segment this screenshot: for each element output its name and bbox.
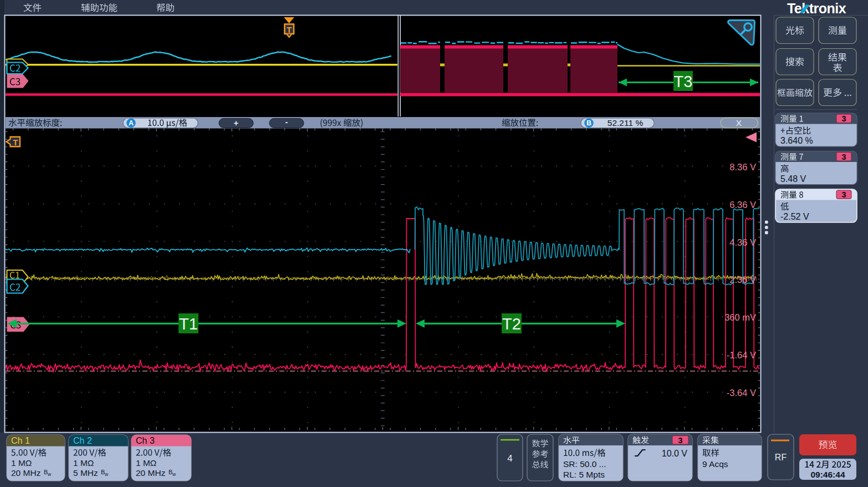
svg-text:w: w [104,471,109,477]
svg-text:2.36 V: 2.36 V [729,275,756,285]
svg-text:T: T [287,25,292,34]
svg-text:X: X [736,118,742,128]
svg-text:Ch 2: Ch 2 [73,436,92,445]
svg-text:3: 3 [841,153,846,161]
svg-text:1 MΩ: 1 MΩ [11,458,32,468]
svg-text:5 MHz: 5 MHz [73,468,98,478]
svg-text:1 MΩ: 1 MΩ [73,458,94,468]
svg-text:20 MHz: 20 MHz [11,468,40,478]
svg-text:6.36 V: 6.36 V [729,200,756,210]
svg-text:9 Acqs: 9 Acqs [702,459,728,469]
svg-text:10.0 V: 10.0 V [662,449,688,458]
svg-text:8.36 V: 8.36 V [729,162,756,172]
svg-text:SR: 50.0 ...: SR: 50.0 ... [563,459,606,469]
svg-text:T: T [13,138,18,147]
svg-text:A: A [129,119,134,127]
svg-text:5.48 V: 5.48 V [780,174,806,184]
svg-text:Tektronix: Tektronix [787,1,846,16]
svg-text:w: w [47,471,52,477]
svg-text:B: B [586,119,591,127]
svg-text:RF: RF [775,453,787,462]
svg-text:4.36 V: 4.36 V [729,237,756,247]
svg-text:w: w [172,471,176,477]
svg-text:-: - [285,117,288,126]
svg-text:-3.64 V: -3.64 V [727,388,756,398]
svg-text:360 mV: 360 mV [724,312,756,322]
svg-text:20 MHz: 20 MHz [136,468,165,478]
svg-text:52.211 %: 52.211 % [607,118,644,128]
svg-text:09:46:44: 09:46:44 [810,470,845,479]
svg-text:Ch 3: Ch 3 [136,436,155,445]
svg-text:3: 3 [841,114,846,123]
svg-text:RL: 5 Mpts: RL: 5 Mpts [563,470,605,479]
svg-text:T3: T3 [674,73,693,90]
svg-text:3: 3 [678,436,682,445]
svg-text:T2: T2 [502,315,521,333]
svg-text:4: 4 [507,453,512,464]
svg-text:3: 3 [841,190,846,199]
svg-text:1 MΩ: 1 MΩ [136,458,156,468]
svg-text:-2.52 V: -2.52 V [780,212,809,221]
svg-text:-1.64 V: -1.64 V [727,350,756,360]
svg-text:Ch 1: Ch 1 [11,436,30,445]
svg-text:T1: T1 [179,315,198,333]
svg-text:+: + [234,118,239,128]
svg-text:3.640 %: 3.640 % [780,136,813,145]
